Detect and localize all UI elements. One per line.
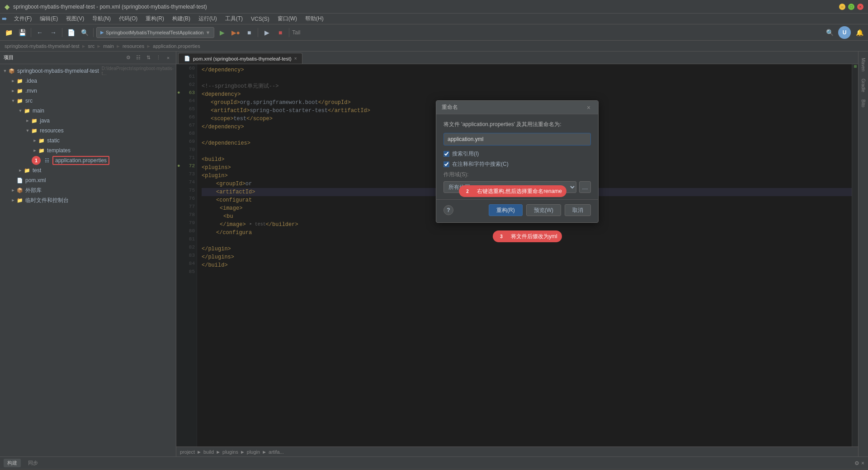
cancel-button[interactable]: 取消 (565, 204, 591, 216)
menu-edit[interactable]: 编辑(E) (36, 14, 61, 24)
xml-icon-pom: 📄 (16, 177, 24, 184)
maven-panel-tab[interactable]: Maven (860, 55, 867, 74)
tab-close-btn[interactable]: × (294, 56, 297, 61)
maximize-button[interactable]: □ (848, 4, 854, 10)
toolbar-back-btn[interactable]: ← (34, 27, 46, 38)
menu-vcs[interactable]: VCS(S) (247, 15, 273, 23)
menu-code[interactable]: 代码(O) (115, 14, 141, 24)
tree-item-static[interactable]: ► 📁 static (0, 136, 176, 146)
toolbar-sep-5 (289, 28, 289, 37)
bito-panel-tab[interactable]: Bito (860, 97, 867, 110)
dialog-overlay: 重命名 × 将文件 'application.properties' 及其用法重… (176, 64, 858, 446)
sidebar-filter-btn[interactable]: ☷ (134, 54, 142, 62)
dialog-close-button[interactable]: × (585, 103, 593, 112)
tree-arrow-templates: ► (32, 147, 38, 154)
help-button[interactable]: ? (443, 205, 453, 215)
folder-icon-src: 📁 (16, 97, 24, 104)
dialog-header: 重命名 × (436, 101, 598, 114)
menu-tools[interactable]: 工具(T) (222, 14, 246, 24)
tree-item-idea[interactable]: ► 📁 .idea (0, 76, 176, 86)
tree-item-mvn[interactable]: ► 📁 .mvn (0, 86, 176, 96)
toolbar-stop-btn[interactable]: ■ (274, 27, 286, 38)
rename-dialog: 重命名 × 将文件 'application.properties' 及其用法重… (436, 100, 599, 223)
step3-text: 将文件后缀改为yml (511, 233, 557, 240)
tree-label-scratch: 临时文件和控制台 (25, 197, 69, 204)
breadcrumb-item-project[interactable]: springboot-mybatis-thymeleaf-test (5, 43, 80, 49)
gradle-panel-tab[interactable]: Gradle (860, 76, 867, 95)
editor-content[interactable]: 60 61 62 ●63 64 65 66 67 68 69 70 71 ●72… (176, 64, 858, 446)
minimize-button[interactable]: – (839, 4, 845, 10)
toolbar-save-btn[interactable]: 💾 (16, 27, 28, 38)
tree-item-main[interactable]: ▼ 📁 main (0, 106, 176, 116)
dialog-title: 重命名 (442, 103, 458, 111)
editor-tab-pom[interactable]: 📄 pom.xml (springboot-mybatis-thymeleaf-… (178, 53, 302, 64)
user-avatar[interactable]: U (838, 26, 851, 39)
sidebar: 项目 ⚙ ☷ ⇅ ⋮ × ▼ 📦 springboot-mybatis-thym… (0, 52, 176, 456)
run-config-dropdown[interactable]: ▶ SpringbootMybatisThymeleafTestApplicat… (96, 27, 214, 38)
breadcrumb-item-src[interactable]: src (88, 43, 95, 49)
toolbar-sep-2 (62, 28, 62, 37)
tree-item-test[interactable]: ► 📁 test (0, 165, 176, 175)
close-button[interactable]: × (857, 4, 863, 10)
tree-path: D:\IdeaProjects\springboot-mybatis-t... (102, 66, 174, 76)
breadcrumb-item-resources[interactable]: resources (123, 43, 144, 49)
editor-bc-plugins[interactable]: plugins (222, 449, 238, 455)
menu-help[interactable]: 帮助(H) (302, 14, 327, 24)
sidebar-sort-btn[interactable]: ⇅ (144, 54, 152, 62)
menu-view[interactable]: 视图(V) (62, 14, 88, 24)
toolbar-play-btn[interactable]: ▶ (261, 27, 273, 38)
sync-tab[interactable]: 同步 (24, 459, 42, 467)
tree-item-java[interactable]: ► 📁 java (0, 116, 176, 126)
tree-label-java: java (40, 118, 50, 124)
sidebar-close-btn[interactable]: × (164, 54, 172, 62)
tree-item-scratch[interactable]: ► 📁 临时文件和控制台 (0, 195, 176, 205)
bottom-settings-btn[interactable]: ⚙ (854, 460, 859, 466)
step1-badge: 1 (32, 156, 41, 165)
toolbar-recent-btn[interactable]: 📄 (65, 27, 77, 38)
search-everywhere-btn[interactable]: 🔍 (824, 27, 835, 38)
editor-bc-project[interactable]: project (180, 449, 195, 455)
bottom-panel: 构建 同步 ⚙ × ▼ ✓ 同步: 在 2023/11/23 15:43 4秒1… (0, 456, 868, 470)
tree-item-resources[interactable]: ▼ 📁 resources (0, 126, 176, 136)
tree-item-root[interactable]: ▼ 📦 springboot-mybatis-thymeleaf-test D:… (0, 66, 176, 76)
run-config-arrow: ▼ (205, 30, 210, 35)
toolbar-search-btn[interactable]: 🔍 (79, 27, 90, 38)
refactor-button[interactable]: 重构(R) (489, 204, 523, 216)
editor-bc-plugin[interactable]: plugin (247, 449, 260, 455)
sidebar-settings-btn[interactable]: ⚙ (124, 54, 132, 62)
menu-refactor[interactable]: 重构(R) (142, 14, 168, 24)
bottom-close-btn[interactable]: × (861, 460, 864, 466)
menu-build[interactable]: 构建(B) (169, 14, 194, 24)
notifications-btn[interactable]: 🔔 (854, 27, 865, 38)
dialog-name-input[interactable] (443, 133, 591, 146)
preview-button[interactable]: 预览(W) (526, 204, 561, 216)
properties-icon: ☷ (43, 157, 51, 164)
folder-icon-templates: 📁 (38, 147, 45, 154)
tree-item-pom[interactable]: 📄 pom.xml (0, 175, 176, 185)
menu-navigate[interactable]: 导航(N) (89, 14, 114, 24)
tree-item-templates[interactable]: ► 📁 templates (0, 146, 176, 155)
toolbar-open-btn[interactable]: 📁 (3, 27, 14, 38)
search-comments-checkbox[interactable] (443, 161, 449, 167)
run-button[interactable]: ▶ (216, 27, 228, 38)
build-tab[interactable]: 构建 (4, 459, 21, 467)
breadcrumb-item-file[interactable]: application.properties (153, 43, 200, 49)
tree-label-root: springboot-mybatis-thymeleaf-test (17, 68, 99, 74)
menu-window[interactable]: 窗口(W) (274, 14, 301, 24)
menu-run[interactable]: 运行(U) (195, 14, 221, 24)
tree-item-src[interactable]: ▼ 📁 src (0, 96, 176, 106)
tree-item-external-libs[interactable]: ► 📦 外部库 (0, 185, 176, 195)
breadcrumb-item-main[interactable]: main (103, 43, 114, 49)
editor-bc-build[interactable]: build (203, 449, 214, 455)
tree-item-application-properties[interactable]: 1 ☷ application.properties (0, 155, 176, 165)
coverage-button[interactable]: ■ (243, 27, 255, 38)
search-refs-checkbox[interactable] (443, 151, 449, 157)
bottom-panel-controls: ⚙ × (854, 460, 864, 466)
tree-arrow-java: ► (24, 118, 31, 124)
toolbar-forward-btn[interactable]: → (47, 27, 59, 38)
debug-button[interactable]: ▶● (230, 27, 241, 38)
editor-bc-artifa[interactable]: artifa... (269, 449, 284, 455)
sidebar-expand-btn[interactable]: ⋮ (154, 54, 162, 62)
scope-extra-btn[interactable]: … (579, 181, 591, 193)
menu-file[interactable]: 文件(F) (10, 14, 35, 24)
